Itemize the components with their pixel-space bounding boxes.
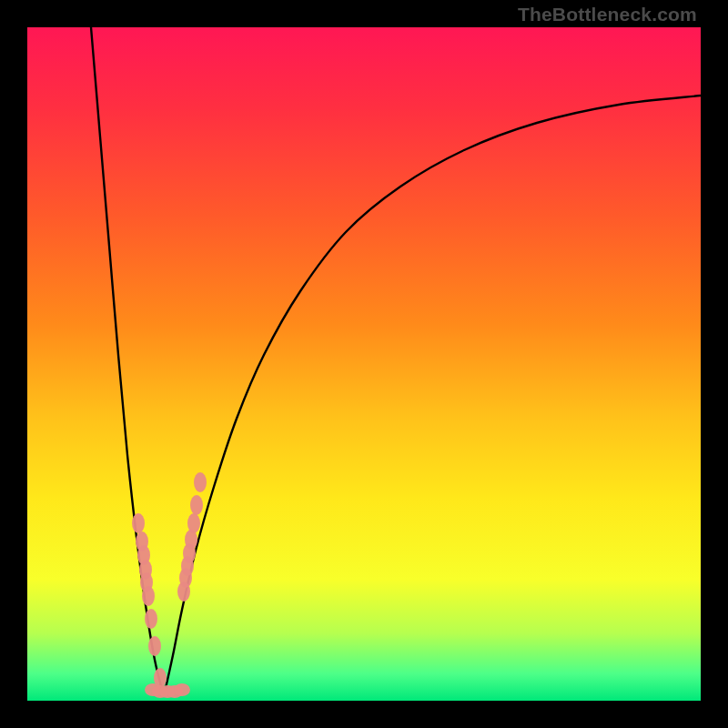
- markers-left: [132, 513, 167, 688]
- curve-right-arm: [164, 96, 701, 696]
- data-marker: [194, 472, 207, 492]
- data-marker: [190, 495, 203, 515]
- data-marker: [145, 609, 157, 629]
- data-marker: [132, 513, 145, 533]
- bottleneck-curve: [27, 27, 701, 701]
- outer-frame: TheBottleneck.com: [0, 0, 728, 728]
- markers-bottom: [145, 683, 190, 698]
- data-marker: [142, 586, 155, 606]
- plot-area: [27, 27, 701, 701]
- data-marker: [148, 636, 161, 656]
- markers-right: [177, 472, 207, 602]
- watermark-text: TheBottleneck.com: [518, 4, 697, 25]
- data-marker: [174, 683, 190, 696]
- data-marker: [187, 513, 200, 533]
